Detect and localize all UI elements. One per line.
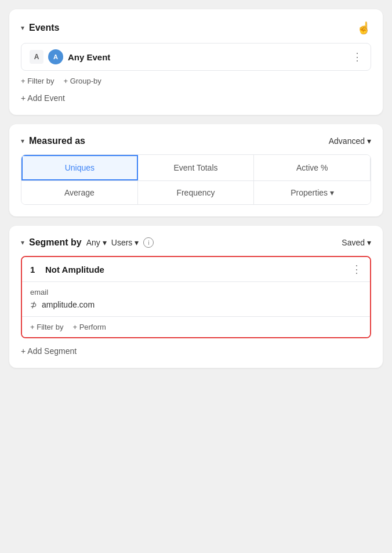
saved-chevron-icon: ▾ — [367, 238, 371, 247]
measured-chevron-icon[interactable]: ▾ — [21, 137, 24, 145]
measured-event-totals-button[interactable]: Event Totals — [138, 155, 255, 180]
events-card: ▾ Events ☝ A A Any Event ⋮ + Filter by +… — [9, 9, 383, 115]
event-filter-row: + Filter by + Group-by — [21, 77, 371, 85]
measured-header-left: ▾ Measured as — [21, 136, 85, 146]
users-dropdown-button[interactable]: Users ▾ — [111, 238, 139, 247]
info-icon[interactable]: i — [143, 237, 154, 248]
group-by-link[interactable]: + Group-by — [63, 77, 101, 85]
measured-uniques-button[interactable]: Uniques — [21, 155, 138, 180]
events-header: ▾ Events ☝ — [21, 21, 371, 35]
filter-by-link[interactable]: + Filter by — [21, 77, 54, 85]
users-chevron-icon: ▾ — [135, 238, 139, 247]
advanced-chevron-icon: ▾ — [367, 136, 371, 146]
segment-header: ▾ Segment by Any ▾ Users ▾ i Saved ▾ — [21, 237, 371, 248]
segment-box: 1 Not Amplitude ⋮ email ⊅ amplitude.com … — [21, 256, 371, 338]
events-title: Events — [29, 23, 59, 33]
advanced-label: Advanced — [329, 136, 365, 146]
any-label: Any — [86, 238, 100, 247]
saved-label: Saved — [342, 238, 365, 247]
saved-dropdown-button[interactable]: Saved ▾ — [342, 238, 371, 247]
properties-chevron-icon: ▾ — [330, 188, 334, 197]
segment-condition-row: ⊅ amplitude.com — [30, 300, 362, 309]
events-chevron-icon[interactable]: ▾ — [21, 24, 24, 32]
measured-title: Measured as — [29, 136, 85, 146]
segment-number: 1 — [30, 265, 39, 274]
measured-grid: Uniques Event Totals Active % Average Fr… — [21, 154, 371, 205]
event-letter-badge: A — [30, 50, 43, 64]
measured-header: ▾ Measured as Advanced ▾ — [21, 136, 371, 146]
segment-box-body: email ⊅ amplitude.com — [22, 281, 370, 316]
segment-title: Segment by — [29, 237, 82, 248]
segment-actions: + Filter by + Perform — [22, 316, 370, 337]
touch-icon[interactable]: ☝ — [357, 21, 371, 35]
event-icon-letter: A — [53, 53, 58, 60]
measured-frequency-button[interactable]: Frequency — [138, 180, 255, 204]
segment-chevron-icon[interactable]: ▾ — [21, 238, 24, 247]
add-segment-link[interactable]: + Add Segment — [21, 346, 77, 356]
event-row: A A Any Event ⋮ — [21, 43, 371, 71]
segment-email-label: email — [30, 288, 362, 297]
event-icon-circle: A — [48, 49, 63, 64]
segment-menu-button[interactable]: ⋮ — [351, 264, 362, 274]
measured-as-card: ▾ Measured as Advanced ▾ Uniques Event T… — [9, 124, 383, 216]
event-name: Any Event — [68, 52, 347, 62]
segment-value: amplitude.com — [42, 300, 95, 309]
measured-active-percent-button[interactable]: Active % — [254, 155, 371, 180]
any-dropdown-button[interactable]: Any ▾ — [86, 238, 107, 247]
segment-by-card: ▾ Segment by Any ▾ Users ▾ i Saved ▾ 1 N… — [9, 226, 383, 368]
properties-label: Properties — [291, 188, 328, 197]
any-chevron-icon: ▾ — [103, 238, 107, 247]
event-menu-button[interactable]: ⋮ — [352, 52, 362, 62]
measured-properties-button[interactable]: Properties ▾ — [254, 180, 371, 204]
measured-average-button[interactable]: Average — [21, 180, 138, 204]
segment-filter-by-link[interactable]: + Filter by — [30, 323, 63, 331]
add-event-link[interactable]: + Add Event — [21, 93, 65, 103]
users-label: Users — [111, 238, 133, 247]
segment-name: Not Amplitude — [45, 265, 346, 274]
advanced-button[interactable]: Advanced ▾ — [329, 136, 371, 146]
segment-box-header: 1 Not Amplitude ⋮ — [22, 257, 370, 281]
events-header-left: ▾ Events — [21, 23, 59, 33]
not-contains-icon: ⊅ — [30, 300, 37, 309]
segment-perform-link[interactable]: + Perform — [72, 323, 106, 331]
